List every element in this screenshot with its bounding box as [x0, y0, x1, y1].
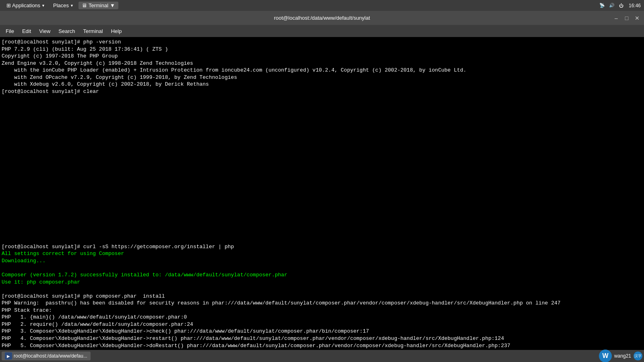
- applications-menu[interactable]: ⊞ Applications ▼: [3, 2, 48, 9]
- title-bar: root@localhost:/data/www/default/sunylat…: [0, 11, 644, 25]
- terminal-line: [2, 173, 642, 180]
- terminal-line: [2, 229, 642, 237]
- input-method-icon[interactable]: 汉字: [634, 352, 642, 360]
- terminal-line: [2, 194, 642, 201]
- places-label: Places: [53, 2, 69, 8]
- terminal-line: PHP 2. require() /data/www/default/sunyl…: [2, 321, 642, 328]
- terminal-line: Downloading...: [2, 257, 642, 265]
- terminal-line: PHP 7.2.9 (cli) (built: Aug 25 2018 17:3…: [2, 46, 642, 53]
- minimize-button[interactable]: –: [613, 14, 620, 22]
- terminal-line: [2, 109, 642, 116]
- menu-help[interactable]: Help: [107, 27, 126, 36]
- taskbar-terminal-item[interactable]: ▶ root@localhost:/data/www/defau...: [2, 352, 91, 360]
- terminal-line: Copyright (c) 1997-2018 The PHP Group: [2, 53, 642, 60]
- terminal-line: [root@localhost sunylat]# php composer.p…: [2, 293, 642, 300]
- terminal-line: Use it: php composer.phar: [2, 279, 642, 286]
- terminal-line: PHP Warning: passthru() has been disable…: [2, 300, 642, 307]
- terminal-line: [2, 130, 642, 138]
- menu-edit[interactable]: Edit: [18, 27, 35, 36]
- terminal-line: [2, 144, 642, 152]
- terminal-line: [2, 215, 642, 222]
- terminal-line: with the ionCube PHP Loader (enabled) + …: [2, 67, 642, 74]
- terminal-line: [2, 286, 642, 293]
- menu-view[interactable]: View: [35, 27, 54, 36]
- terminal-content[interactable]: [root@localhost sunylat]# php -versionPH…: [0, 37, 644, 350]
- terminal-line: PHP 4. Composer\XdebugHandler\XdebugHand…: [2, 335, 642, 342]
- terminal-line: Composer (version 1.7.2) successfully in…: [2, 272, 642, 279]
- terminal-line: PHP 1. {main}() /data/www/default/sunyla…: [2, 314, 642, 321]
- terminal-line: All settings correct for using Composer: [2, 250, 642, 257]
- terminal-arrow-icon: ▼: [110, 2, 115, 8]
- power-icon: ⏻: [617, 2, 625, 10]
- terminal-line: [2, 222, 642, 229]
- terminal-menu[interactable]: 🖥 Terminal ▼: [78, 2, 118, 9]
- wang-username: wang21: [614, 353, 631, 359]
- taskbar-terminal-icon: ▶: [5, 352, 12, 360]
- terminal-line: [2, 102, 642, 109]
- system-clock: 16:46: [629, 3, 641, 8]
- taskbar: ▶ root@localhost:/data/www/defau... W wa…: [0, 350, 644, 362]
- terminal-line: [2, 180, 642, 187]
- menu-file[interactable]: File: [2, 27, 18, 36]
- menu-bar: File Edit View Search Terminal Help: [0, 25, 644, 37]
- network-icon: 📡: [598, 2, 606, 10]
- terminal-line: [root@localhost sunylat]# curl -sS https…: [2, 243, 642, 251]
- applications-arrow-icon: ▼: [41, 4, 45, 8]
- terminal-line: PHP Stack trace:: [2, 307, 642, 314]
- terminal-line: [2, 158, 642, 166]
- taskbar-sys-icons: 汉字: [634, 352, 642, 360]
- terminal-line: with Zend OPcache v7.2.9, Copyright (c) …: [2, 74, 642, 81]
- terminal-icon-sysbar: 🖥: [82, 2, 87, 8]
- terminal-line: [2, 201, 642, 208]
- terminal-line: [2, 236, 642, 243]
- terminal-line: [2, 138, 642, 145]
- applications-icon: ⊞: [6, 2, 11, 8]
- system-tray-icons: 📡 🔊 ⏻: [598, 2, 625, 10]
- terminal-line: with Xdebug v2.6.0, Copyright (c) 2002-2…: [2, 81, 642, 88]
- places-arrow-icon: ▼: [70, 4, 74, 8]
- close-button[interactable]: ✕: [634, 14, 641, 22]
- taskbar-terminal-label: root@localhost:/data/www/defau...: [14, 353, 87, 359]
- terminal-line: [2, 187, 642, 194]
- system-bar-right: 📡 🔊 ⏻ 16:46: [598, 2, 641, 10]
- terminal-line: Zend Engine v3.2.0, Copyright (c) 1998-2…: [2, 60, 642, 67]
- menu-search[interactable]: Search: [54, 27, 79, 36]
- terminal-line: PHP 5. Composer\XdebugHandler\XdebugHand…: [2, 342, 642, 350]
- volume-icon: 🔊: [608, 2, 616, 10]
- window-controls: – □ ✕: [613, 14, 641, 22]
- system-bar-left: ⊞ Applications ▼ Places ▼ 🖥 Terminal ▼: [3, 2, 118, 9]
- terminal-line: PHP 3. Composer\XdebugHandler\XdebugHand…: [2, 328, 642, 335]
- terminal-label: Terminal: [89, 2, 108, 8]
- wang-avatar: W: [599, 350, 612, 362]
- system-bar: ⊞ Applications ▼ Places ▼ 🖥 Terminal ▼ 📡…: [0, 0, 644, 11]
- terminal-line: [2, 208, 642, 215]
- terminal-line: [2, 95, 642, 102]
- window-title: root@localhost:/data/www/default/sunylat: [274, 15, 370, 21]
- maximize-button[interactable]: □: [623, 14, 630, 22]
- menu-terminal[interactable]: Terminal: [79, 27, 107, 36]
- terminal-line: [2, 116, 642, 123]
- terminal-line: [2, 265, 642, 272]
- terminal-line: [2, 152, 642, 159]
- taskbar-right: W wang21 汉字: [599, 350, 642, 362]
- terminal-line: [root@localhost sunylat]# clear: [2, 88, 642, 95]
- applications-label: Applications: [12, 2, 40, 8]
- taskbar-left: ▶ root@localhost:/data/www/defau...: [2, 352, 91, 360]
- places-menu[interactable]: Places ▼: [50, 2, 77, 9]
- terminal-line: [root@localhost sunylat]# php -version: [2, 39, 642, 46]
- terminal-line: [2, 166, 642, 173]
- terminal-line: [2, 123, 642, 131]
